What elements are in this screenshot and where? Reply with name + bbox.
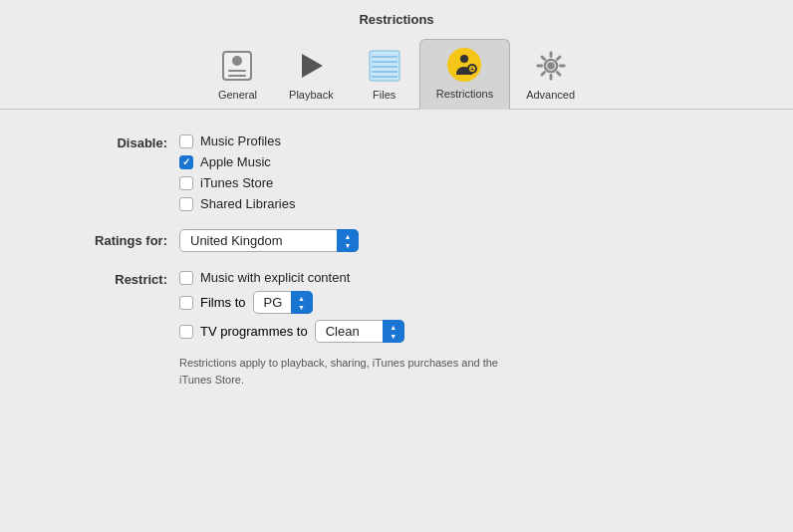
tab-general[interactable]: General — [202, 41, 273, 109]
films-select-wrapper: G PG 12 15 18 — [253, 291, 313, 314]
restrictions-icon: + — [445, 46, 483, 84]
ratings-select-wrapper: United Kingdom United States Australia C… — [179, 229, 359, 252]
svg-point-11 — [447, 48, 481, 82]
tv-select-wrapper: Clean Teen Mature — [315, 320, 404, 343]
svg-point-16 — [547, 62, 555, 70]
tv-label: TV programmes to — [200, 324, 308, 339]
tv-row: TV programmes to Clean Teen Mature — [179, 320, 518, 343]
apple-music-label: Apple Music — [200, 154, 271, 169]
svg-line-23 — [557, 57, 560, 60]
ratings-label: Ratings for: — [40, 233, 179, 248]
shared-libraries-label: Shared Libraries — [200, 196, 295, 211]
ratings-select[interactable]: United Kingdom United States Australia C… — [179, 229, 359, 252]
shared-libraries-row: Shared Libraries — [179, 196, 295, 211]
files-icon — [366, 47, 403, 85]
tab-playback-label: Playback — [289, 89, 334, 101]
disable-checkboxes: Music Profiles Apple Music iTunes Store … — [179, 133, 295, 211]
apple-music-checkbox[interactable] — [179, 155, 193, 169]
explicit-checkbox[interactable] — [179, 271, 193, 285]
tab-advanced-label: Advanced — [526, 89, 575, 101]
films-select[interactable]: G PG 12 15 18 — [253, 291, 313, 314]
svg-line-21 — [542, 57, 545, 60]
explicit-label: Music with explicit content — [200, 270, 350, 285]
itunes-store-checkbox[interactable] — [179, 176, 193, 190]
explicit-row: Music with explicit content — [179, 270, 518, 285]
tab-general-label: General — [218, 89, 257, 101]
advanced-icon — [532, 47, 570, 85]
svg-rect-3 — [228, 75, 246, 77]
itunes-store-row: iTunes Store — [179, 175, 295, 190]
tab-playback[interactable]: Playback — [273, 41, 350, 109]
svg-text:+: + — [470, 66, 474, 73]
shared-libraries-checkbox[interactable] — [179, 197, 193, 211]
content-area: Disable: Music Profiles Apple Music iTun… — [0, 110, 793, 532]
playback-icon — [292, 47, 330, 85]
tab-files[interactable]: Files — [350, 41, 419, 109]
music-profiles-checkbox[interactable] — [179, 134, 193, 148]
apple-music-row: Apple Music — [179, 154, 295, 169]
footer-text: Restrictions apply to playback, sharing,… — [179, 355, 518, 388]
restrict-label: Restrict: — [40, 270, 179, 287]
ratings-section: Ratings for: United Kingdom United State… — [40, 229, 753, 252]
restrict-section: Restrict: Music with explicit content Fi… — [40, 270, 753, 388]
svg-marker-4 — [302, 54, 323, 78]
tab-restrictions-label: Restrictions — [436, 88, 493, 100]
disable-label: Disable: — [40, 133, 179, 150]
tab-files-label: Files — [373, 89, 396, 101]
films-checkbox[interactable] — [179, 296, 193, 310]
svg-point-12 — [460, 55, 468, 63]
tab-advanced[interactable]: Advanced — [510, 41, 591, 109]
toolbar: General Playback — [0, 33, 793, 110]
tv-checkbox[interactable] — [179, 325, 193, 339]
tv-select[interactable]: Clean Teen Mature — [315, 320, 404, 343]
svg-rect-2 — [228, 70, 246, 72]
tab-restrictions[interactable]: + Restrictions — [419, 39, 510, 110]
window-title: Restrictions — [0, 0, 793, 33]
general-icon — [218, 47, 256, 85]
music-profiles-row: Music Profiles — [179, 133, 295, 148]
svg-line-24 — [542, 72, 545, 75]
svg-point-1 — [232, 56, 242, 66]
preferences-window: Restrictions General Playback — [0, 0, 793, 532]
disable-section: Disable: Music Profiles Apple Music iTun… — [40, 133, 753, 211]
restrict-content: Music with explicit content Films to G P… — [179, 270, 518, 388]
films-label: Films to — [200, 295, 246, 310]
films-row: Films to G PG 12 15 18 — [179, 291, 518, 314]
itunes-store-label: iTunes Store — [200, 175, 273, 190]
music-profiles-label: Music Profiles — [200, 133, 281, 148]
svg-line-22 — [557, 72, 560, 75]
